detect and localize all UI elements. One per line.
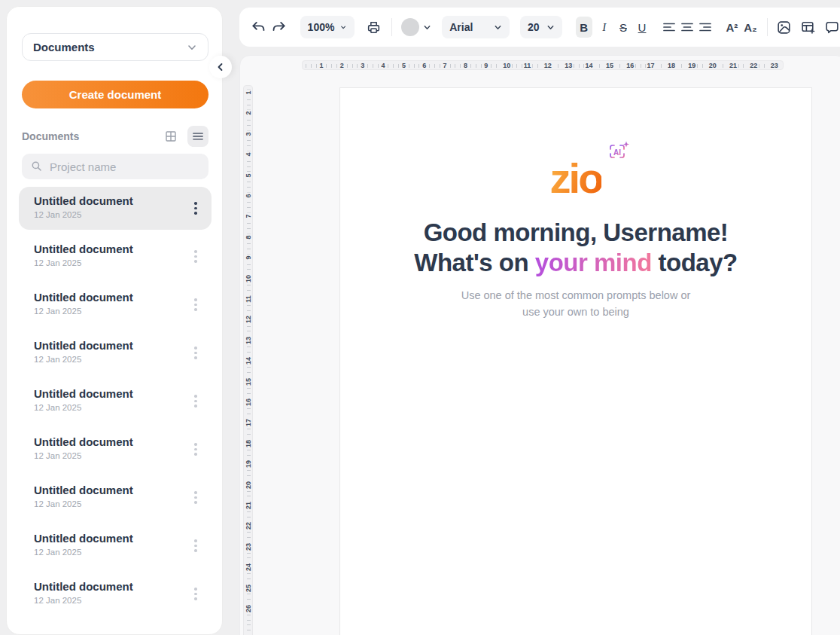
collection-selector[interactable]: Documents <box>22 33 208 61</box>
document-list-item[interactable]: Untitled document 12 Jan 2025 <box>19 428 212 471</box>
align-right-button[interactable] <box>697 17 714 37</box>
image-icon <box>776 20 792 35</box>
document-list-item[interactable]: Untitled document 12 Jan 2025 <box>19 331 212 374</box>
comment-button[interactable] <box>823 17 840 38</box>
align-left-button[interactable] <box>661 17 677 37</box>
ruler-mark: 24 <box>245 562 252 572</box>
list-view-button[interactable] <box>187 126 208 147</box>
ruler-mark: 17 <box>646 62 656 69</box>
document-title: Untitled document <box>34 580 181 593</box>
document-options-button[interactable] <box>189 536 202 556</box>
document-options-button[interactable] <box>189 247 202 267</box>
underline-button[interactable]: U <box>634 17 650 38</box>
superscript-button[interactable]: A² <box>726 21 738 34</box>
ruler-mark: 17 <box>245 417 252 428</box>
document-options-button[interactable] <box>189 440 202 459</box>
ruler-mark: 23 <box>769 62 780 69</box>
document-date: 12 Jan 2025 <box>34 258 181 267</box>
subscript-button[interactable]: A₂ <box>744 21 757 34</box>
ruler-mark: 25 <box>245 583 252 594</box>
ruler-mark: 26 <box>245 603 252 614</box>
ruler-mark: 8 <box>245 234 252 240</box>
ruler-mark: 1 <box>318 62 324 69</box>
document-list-item[interactable]: Untitled document 12 Jan 2025 <box>19 235 212 278</box>
chevron-down-icon <box>340 23 346 32</box>
editor-toolbar: 100% Arial 20 B I S U A² A₂ <box>239 8 840 47</box>
horizontal-ruler[interactable]: 1234567891011121314151617181920212223 <box>302 60 784 70</box>
vertical-ruler[interactable]: 1234567891011121314151617181920212223242… <box>243 85 253 635</box>
ruler-mark: 15 <box>604 62 615 69</box>
document-list-item[interactable]: Untitled document 12 Jan 2025 <box>19 572 212 615</box>
document-options-button[interactable] <box>189 343 202 363</box>
search-input[interactable] <box>50 160 199 173</box>
ruler-mark: 18 <box>245 438 252 449</box>
zoom-select[interactable]: 100% <box>300 16 355 38</box>
text-color-picker[interactable] <box>401 18 431 36</box>
document-title: Untitled document <box>34 387 181 400</box>
document-list-item[interactable]: Untitled document 12 Jan 2025 <box>19 476 212 519</box>
grid-view-button[interactable] <box>160 126 181 147</box>
print-icon <box>366 20 382 35</box>
document-list-item[interactable]: Untitled document 12 Jan 2025 <box>19 187 212 230</box>
document-date: 12 Jan 2025 <box>34 403 181 412</box>
create-document-button[interactable]: Create document <box>22 81 208 108</box>
ruler-mark: 19 <box>686 62 697 69</box>
ruler-mark: 13 <box>563 62 574 69</box>
toolbar-separator <box>767 18 768 36</box>
document-options-button[interactable] <box>189 488 202 508</box>
chevron-down-icon <box>494 23 502 32</box>
ruler-mark: 20 <box>245 480 252 490</box>
editor-canvas: 1234567891011121314151617181920212223 12… <box>239 55 840 635</box>
italic-button[interactable]: I <box>596 17 613 38</box>
document-options-button[interactable] <box>189 199 202 218</box>
chevron-down-icon <box>546 23 555 32</box>
ruler-mark: 21 <box>728 62 738 69</box>
ruler-mark: 22 <box>245 521 252 531</box>
undo-button[interactable] <box>249 17 267 38</box>
greeting-line2: What's on your mind today? <box>340 248 811 278</box>
greeting-highlight: your mind <box>535 249 652 276</box>
document-search[interactable] <box>22 154 208 179</box>
ruler-mark: 21 <box>245 500 252 511</box>
ruler-mark: 8 <box>462 62 469 69</box>
document-list-item[interactable]: Untitled document 12 Jan 2025 <box>19 283 212 326</box>
chevron-down-icon <box>187 42 197 53</box>
document-options-button[interactable] <box>189 585 202 604</box>
redo-icon <box>271 19 288 35</box>
align-center-button[interactable] <box>679 17 695 37</box>
insert-table-button[interactable] <box>799 17 817 38</box>
ruler-mark: 1 <box>245 89 252 96</box>
font-size-select[interactable]: 20 <box>520 16 562 38</box>
document-list-item[interactable]: Untitled document 12 Jan 2025 <box>19 524 212 567</box>
strikethrough-button[interactable]: S <box>615 17 632 38</box>
document-options-button[interactable] <box>189 295 202 315</box>
document-title: Untitled document <box>34 194 181 207</box>
ruler-mark: 20 <box>708 62 718 69</box>
ruler-mark: 12 <box>543 62 553 69</box>
document-date: 12 Jan 2025 <box>34 451 181 460</box>
document-title: Untitled document <box>34 339 181 352</box>
document-date: 12 Jan 2025 <box>34 596 181 605</box>
document-list-item[interactable]: Untitled document 12 Jan 2025 <box>19 380 212 423</box>
redo-button[interactable] <box>270 17 288 38</box>
zoom-value: 100% <box>308 21 335 33</box>
ruler-mark: 10 <box>245 273 252 284</box>
bold-button[interactable]: B <box>576 17 592 38</box>
print-button[interactable] <box>365 17 383 38</box>
ruler-mark: 4 <box>380 62 387 69</box>
align-left-icon <box>662 20 677 35</box>
ruler-mark: 16 <box>625 62 635 69</box>
documents-sidebar: Documents Create document Documents Unti… <box>6 6 223 635</box>
font-family-select[interactable]: Arial <box>442 16 510 38</box>
sidebar-collapse-button[interactable] <box>209 56 232 78</box>
document-title: Untitled document <box>34 291 181 304</box>
font-family-value: Arial <box>449 21 473 33</box>
document-options-button[interactable] <box>189 392 202 411</box>
document-page[interactable]: zio AI <box>339 87 812 635</box>
greeting-heading: Good morning, Username! What's on your m… <box>340 218 811 278</box>
ruler-mark: 16 <box>245 397 252 408</box>
document-date: 12 Jan 2025 <box>34 499 181 508</box>
search-icon <box>31 160 43 172</box>
ruler-mark: 2 <box>339 62 345 69</box>
insert-image-button[interactable] <box>775 17 793 38</box>
